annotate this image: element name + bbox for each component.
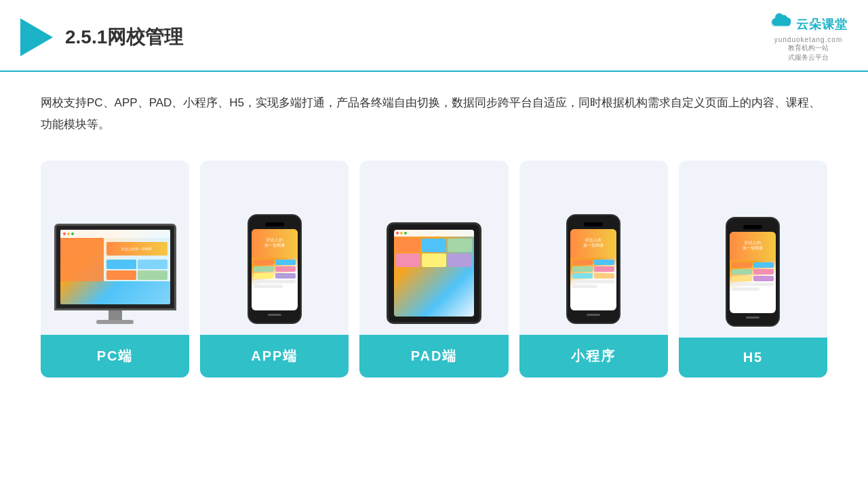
tablet-block — [422, 239, 446, 252]
monitor-topbar — [60, 230, 170, 238]
tablet-block — [396, 239, 420, 252]
phone-row-1 — [254, 260, 296, 265]
mini-block — [594, 260, 614, 265]
card-mini-image: 职达人的第一堂网课 — [519, 161, 668, 335]
mini-block — [572, 260, 593, 265]
phone-body-h5 — [730, 260, 776, 293]
pc-monitor: 职达人的第一堂网课 — [54, 224, 176, 324]
page-header: 2.5.1网校管理 云朵课堂 yunduoketang.com 教育机构一站式服… — [0, 0, 868, 72]
h5-row-1 — [732, 262, 774, 268]
tablet-content — [394, 237, 474, 269]
tablet-block — [422, 253, 446, 267]
phone-screen-mini: 职达人的第一堂网课 — [570, 229, 616, 310]
phone-block — [254, 260, 274, 265]
tablet-mockup — [387, 222, 481, 324]
phone-screen-h5: 职达人的第一堂网课 — [730, 232, 776, 313]
mini-row-1 — [572, 260, 614, 265]
phone-screen: 职达人的第一堂网课 — [252, 229, 298, 310]
brand-tagline: 教育机构一站式服务云平台 — [788, 43, 829, 62]
phone-text-line — [254, 285, 283, 288]
phone-h5: 职达人的第一堂网课 — [726, 217, 780, 327]
phone-home-mini — [587, 314, 600, 316]
mini-row-2 — [572, 266, 614, 272]
h5-block — [753, 269, 774, 274]
monitor-screen: 职达人的第一堂网课 — [60, 230, 170, 304]
tablet-block — [448, 253, 472, 267]
header-right: 云朵课堂 yunduoketang.com 教育机构一站式服务云平台 — [769, 12, 848, 62]
description-text: 网校支持PC、APP、PAD、小程序、H5，实现多端打通，产品各终端自由切换，数… — [41, 92, 827, 136]
phone-banner: 职达人的第一堂网课 — [252, 229, 298, 258]
card-h5-label: H5 — [679, 338, 827, 378]
dot-green — [71, 232, 74, 235]
mini-block — [594, 273, 614, 279]
tablet-block — [396, 253, 420, 267]
brand-name: 云朵课堂 — [796, 16, 848, 33]
dot — [396, 232, 399, 235]
monitor-wrapper: 职达人的第一堂网课 — [54, 224, 176, 310]
phone-home — [268, 314, 281, 316]
tablet-topbar — [394, 230, 474, 237]
mini-block — [572, 266, 593, 272]
logo-triangle — [20, 18, 53, 56]
monitor-base — [96, 320, 134, 324]
phone-text-line — [254, 280, 296, 283]
mini-block — [594, 266, 614, 272]
card-pad-label: PAD端 — [359, 335, 508, 378]
phone-banner-h5: 职达人的第一堂网课 — [730, 232, 776, 260]
cards-container: 职达人的第一堂网课 — [41, 161, 827, 378]
phone-mini: 职达人的第一堂网课 — [566, 214, 620, 324]
section-number: 2.5.1 — [65, 26, 107, 47]
h5-text — [732, 283, 774, 286]
phone-banner-mini: 职达人的第一堂网课 — [570, 229, 616, 258]
h5-row-3 — [732, 276, 774, 281]
card-pad-image — [359, 161, 508, 335]
phone-block — [254, 266, 274, 272]
card-pc-label: PC端 — [41, 335, 189, 378]
header-left: 2.5.1网校管理 — [20, 18, 183, 56]
card-pad: PAD端 — [359, 161, 508, 378]
main-content: 网校支持PC、APP、PAD、小程序、H5，实现多端打通，产品各终端自由切换，数… — [0, 72, 868, 398]
phone-app: 职达人的第一堂网课 — [248, 214, 302, 324]
h5-block — [732, 276, 752, 281]
mini-block — [572, 273, 593, 279]
h5-block — [732, 269, 752, 274]
cloud-icon — [769, 12, 793, 36]
phone-notch-h5 — [743, 225, 762, 229]
card-app-label: APP端 — [200, 335, 349, 378]
phone-home-h5 — [746, 317, 760, 319]
tablet-screen — [394, 230, 474, 317]
dot — [400, 232, 403, 235]
brand-url: yunduoketang.com — [774, 36, 843, 43]
tablet-block — [448, 239, 472, 252]
phone-notch — [265, 222, 284, 226]
mini-text — [572, 285, 597, 288]
h5-block — [732, 262, 752, 268]
page-title: 2.5.1网校管理 — [65, 24, 183, 50]
mini-row-3 — [572, 273, 614, 279]
h5-block — [753, 262, 774, 268]
dot — [404, 232, 407, 235]
phone-body-mini — [570, 258, 616, 290]
h5-row-2 — [732, 269, 774, 274]
monitor-stand — [108, 310, 122, 320]
card-app: 职达人的第一堂网课 — [200, 161, 349, 378]
brand-logo: 云朵课堂 yunduoketang.com — [769, 12, 848, 43]
h5-text — [732, 287, 759, 291]
phone-notch-mini — [584, 222, 603, 226]
phone-row-2 — [254, 266, 296, 272]
phone-block — [275, 266, 296, 272]
dot-red — [63, 232, 66, 235]
card-app-image: 职达人的第一堂网课 — [200, 161, 349, 335]
phone-block — [254, 273, 274, 279]
h5-block — [753, 276, 774, 281]
phone-block — [275, 273, 296, 279]
card-mini: 职达人的第一堂网课 — [519, 161, 668, 378]
card-pc: 职达人的第一堂网课 — [41, 161, 189, 378]
phone-row-3 — [254, 273, 296, 279]
card-mini-label: 小程序 — [519, 335, 668, 378]
monitor-sidebar — [60, 238, 104, 281]
phone-block — [275, 260, 296, 265]
card-pc-image: 职达人的第一堂网课 — [41, 161, 189, 335]
card-h5-image: 职达人的第一堂网课 — [679, 161, 827, 338]
brand-logo-icon: 云朵课堂 — [769, 12, 848, 36]
